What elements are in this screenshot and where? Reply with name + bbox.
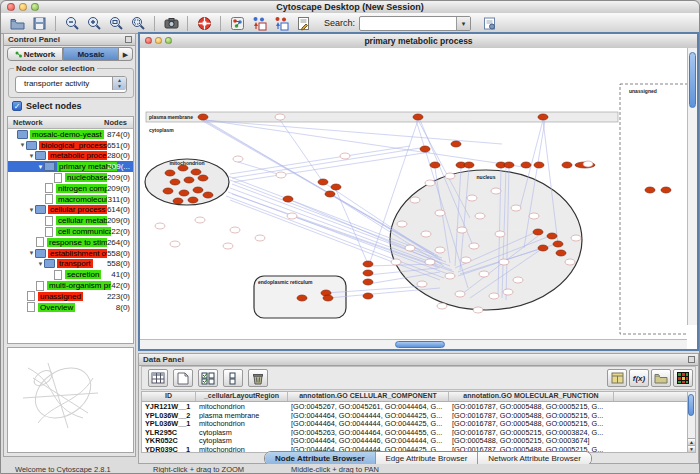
expander-icon[interactable]: ▼ (28, 250, 35, 256)
network-node-selected[interactable] (533, 229, 543, 235)
open-attributes-button[interactable] (651, 369, 671, 387)
network-node-unselected[interactable] (170, 241, 180, 247)
network-node-selected[interactable] (193, 187, 203, 193)
save-button[interactable] (29, 15, 49, 32)
network-node-selected[interactable] (547, 233, 557, 239)
tree-row[interactable]: secretion41(0) (8, 269, 133, 280)
network-node-selected[interactable] (538, 245, 548, 251)
zoom-fit-button[interactable] (128, 15, 148, 32)
network-node-selected[interactable] (420, 146, 430, 152)
network-canvas[interactable]: plasma membranecytoplasmmitochondrionnuc… (140, 48, 687, 339)
network-node-unselected[interactable] (405, 245, 415, 251)
table-row[interactable]: YPL036W__2plasma membrane[GO:0044464, GO… (142, 411, 688, 420)
scrollbar-thumb[interactable] (689, 52, 696, 108)
network-node-selected[interactable] (521, 162, 531, 168)
float-panel-icon[interactable] (688, 356, 695, 363)
help-button[interactable] (194, 15, 214, 32)
network-node-unselected[interactable] (276, 172, 286, 178)
scroll-down-arrow-icon[interactable]: ▼ (688, 445, 695, 452)
network-node-unselected[interactable] (155, 223, 165, 229)
network-node-unselected[interactable] (499, 259, 509, 265)
network-node-selected[interactable] (188, 197, 198, 203)
configure-search-button[interactable] (479, 15, 499, 32)
network-node-unselected[interactable] (340, 153, 350, 159)
network-node-unselected[interactable] (435, 210, 445, 216)
network-node-unselected[interactable] (565, 259, 575, 265)
network-node-unselected[interactable] (417, 281, 427, 287)
network-node-unselected[interactable] (223, 243, 233, 249)
network-node-selected[interactable] (464, 162, 474, 168)
network-edge[interactable] (201, 120, 434, 254)
attribute-table[interactable]: ID_cellularLayoutRegionannotation.GO CEL… (141, 391, 689, 453)
network-node-unselected[interactable] (491, 188, 501, 194)
network-node-unselected[interactable] (511, 205, 521, 211)
tree-row[interactable]: unassigned223(0) (8, 291, 133, 302)
canvas-horizontal-scrollbar[interactable] (140, 339, 687, 349)
select-attributes-button[interactable] (198, 369, 218, 387)
network-node-unselected[interactable] (457, 227, 467, 233)
tree-row[interactable]: ▼metabolic process280(0) (8, 151, 133, 162)
network-node-selected[interactable] (173, 198, 183, 204)
network-node-unselected[interactable] (410, 197, 420, 203)
tree-row[interactable]: ▼primary metabo209(... (8, 161, 133, 172)
network-node-unselected[interactable] (583, 161, 593, 167)
expander-icon[interactable]: ▼ (19, 142, 26, 148)
network-node-selected[interactable] (430, 162, 440, 168)
zoom-out-button[interactable] (62, 15, 82, 32)
network-node-selected[interactable] (661, 187, 671, 193)
tab-overflow-arrow-icon[interactable]: ▶ (119, 47, 133, 61)
scroll-up-arrow-icon[interactable]: ▲ (688, 438, 695, 445)
tab-network[interactable]: Network (7, 47, 63, 61)
tree-row[interactable]: macromolecule311(0) (8, 194, 133, 205)
import-attributes-button[interactable] (607, 369, 627, 387)
tab-mosaic[interactable]: Mosaic (63, 47, 119, 61)
network-node-selected[interactable] (318, 179, 328, 185)
tree-row[interactable]: Overview8(0) (8, 302, 133, 313)
tree-row[interactable]: mosaic-demo-yeast874(0) (8, 129, 133, 140)
function-builder-button[interactable]: f(x) (629, 369, 649, 387)
node-color-dropdown[interactable]: transporter activity ▲▼ (15, 76, 127, 93)
tree-row[interactable]: multi-organism pro42(0) (8, 280, 133, 291)
network-node-selected[interactable] (363, 293, 373, 299)
expander-icon[interactable]: ▼ (28, 207, 35, 213)
network-node-unselected[interactable] (529, 213, 539, 219)
network-node-selected[interactable] (363, 261, 373, 267)
tree-row[interactable]: cellular metabol209(0) (8, 215, 133, 226)
network-window-titlebar[interactable]: primary metabolic process (140, 34, 697, 49)
table-row[interactable]: YLR295Ccytoplasm[GO:0045263, GO:0044464,… (142, 428, 688, 437)
network-node-unselected[interactable] (445, 173, 455, 179)
network-node-selected[interactable] (170, 179, 180, 185)
network-node-selected[interactable] (203, 192, 213, 198)
open-button[interactable] (7, 15, 27, 32)
delete-attribute-button[interactable] (248, 369, 268, 387)
network-node-unselected[interactable] (195, 217, 205, 223)
column-header[interactable]: annotation.GO MOLECULAR_FUNCTION (449, 392, 614, 401)
dropdown-stepper-icon[interactable]: ▲▼ (112, 77, 126, 90)
search-dropdown-icon[interactable]: ▾ (456, 17, 470, 30)
network-edge[interactable] (234, 152, 430, 182)
network-node-selected[interactable] (553, 241, 563, 247)
network-node-selected[interactable] (451, 141, 461, 147)
attribute-table-header[interactable]: ID_cellularLayoutRegionannotation.GO CEL… (142, 392, 688, 402)
network-node-selected[interactable] (184, 177, 194, 183)
network-node-unselected[interactable] (445, 273, 455, 279)
new-attribute-button[interactable] (173, 369, 193, 387)
tree-row[interactable]: ▼cellular process614(0) (8, 205, 133, 216)
network-node-unselected[interactable] (425, 259, 435, 265)
network-node-unselected[interactable] (397, 221, 407, 227)
layout-edges-button[interactable] (271, 15, 291, 32)
network-node-unselected[interactable] (473, 307, 483, 313)
network-node-unselected[interactable] (437, 303, 447, 309)
network-node-selected[interactable] (538, 114, 548, 120)
network-node-selected[interactable] (163, 188, 173, 194)
network-node-unselected[interactable] (475, 213, 485, 219)
network-node-selected[interactable] (323, 295, 333, 301)
table-row[interactable]: YPL036W__1mitochondrion[GO:0044464, GO:0… (142, 419, 688, 428)
network-edge[interactable] (230, 146, 410, 174)
network-node-selected[interactable] (191, 169, 201, 175)
table-row[interactable]: YKR052Ccytoplasm[GO:0044464, GO:0044446,… (142, 436, 688, 445)
birdseye-view[interactable] (7, 347, 134, 453)
scrollbar-thumb[interactable] (395, 341, 445, 348)
network-node-unselected[interactable] (287, 213, 297, 219)
network-node-unselected[interactable] (275, 114, 285, 120)
